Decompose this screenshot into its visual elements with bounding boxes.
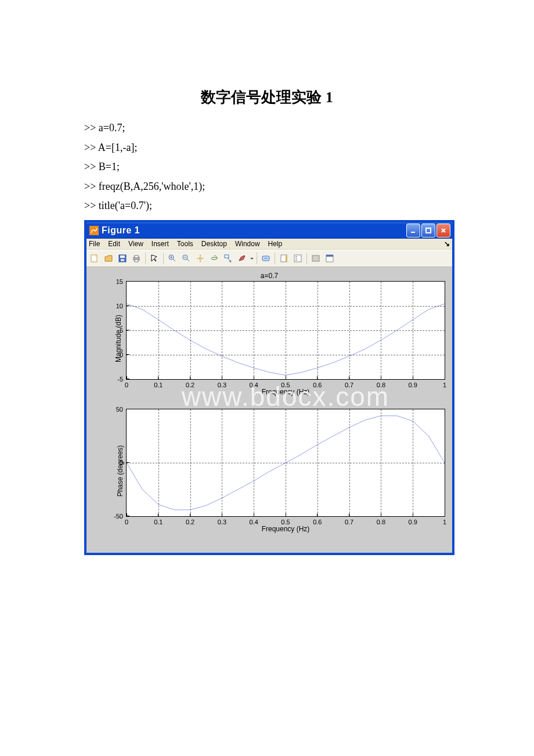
menu-tools-label: Tools [177, 240, 193, 248]
xtick-label: 0.1 [154, 519, 163, 525]
svg-rect-31 [312, 255, 319, 261]
xtick-label: 0.2 [186, 381, 194, 388]
link-button[interactable] [259, 252, 272, 265]
xtick-label: 0.9 [409, 381, 417, 388]
insert-legend-button[interactable] [291, 252, 304, 265]
menu-insert[interactable]: Insert [151, 240, 169, 248]
brush-button[interactable] [236, 252, 248, 265]
svg-rect-8 [121, 259, 124, 261]
toolbar-separator [275, 253, 275, 264]
svg-rect-10 [135, 255, 138, 258]
ylabel-phase: Phase (degrees) [116, 445, 124, 496]
menu-view[interactable]: View [128, 240, 143, 248]
pan-button[interactable] [194, 252, 207, 265]
xtick-label: 0.8 [377, 381, 385, 388]
menu-window[interactable]: Window [235, 240, 260, 248]
chart-title: a=0.7 [90, 272, 449, 280]
rotate-3d-button[interactable] [208, 252, 221, 265]
toolbar-separator [163, 253, 164, 264]
window-title: Figure 1 [102, 225, 406, 236]
zoom-in-button[interactable] [166, 252, 179, 265]
window-titlebar[interactable]: Figure 1 [86, 222, 452, 239]
plot-area: a=0.7 Magnitude (dB) www.bdocx.com -5051… [86, 267, 452, 553]
window-controls [406, 224, 450, 237]
matlab-icon [89, 226, 99, 235]
menubar: File Edit View Insert Tools Desktop Wind… [86, 239, 452, 250]
menu-insert-label: Insert [151, 240, 169, 248]
maximize-button[interactable] [421, 224, 435, 237]
svg-rect-27 [294, 255, 301, 262]
matlab-code: >> a=0.7; >> A=[1,-a]; >> B=1; >> freqz(… [84, 119, 534, 215]
xlabel-magnitude: Frequency (Hz) [126, 388, 445, 396]
svg-rect-11 [135, 260, 138, 262]
toolbar-separator [257, 253, 257, 264]
page-title: 数字信号处理实验 1 [0, 87, 534, 107]
edit-plot-button[interactable] [148, 252, 161, 265]
new-figure-button[interactable] [88, 252, 101, 265]
xtick-label: 1 [443, 519, 446, 525]
svg-rect-7 [120, 255, 125, 258]
xtick-label: 0.7 [345, 519, 353, 525]
insert-colorbar-button[interactable] [277, 252, 290, 265]
xtick-label: 0 [125, 519, 128, 525]
menu-view-label: View [128, 240, 143, 248]
svg-line-17 [187, 259, 189, 261]
menu-edit[interactable]: Edit [108, 240, 120, 248]
svg-rect-33 [326, 255, 333, 257]
print-button[interactable] [130, 252, 143, 265]
xtick-label: 0.1 [154, 381, 163, 388]
close-button[interactable] [436, 224, 450, 237]
menu-window-label: Window [235, 240, 260, 248]
xtick-label: 0.5 [281, 519, 290, 525]
svg-rect-21 [225, 255, 229, 258]
xtick-label: 0.4 [250, 519, 258, 525]
ytick-label: 0 [120, 351, 123, 358]
minimize-button[interactable] [406, 224, 420, 237]
axes-phase: Phase (degrees) -5005000.10.20.30.40.50.… [90, 409, 449, 533]
xlabel-phase: Frequency (Hz) [126, 525, 445, 533]
menu-help[interactable]: Help [268, 240, 283, 248]
xtick-label: 0.7 [345, 381, 353, 388]
brush-dropdown[interactable] [250, 252, 254, 265]
ytick-label: 0 [120, 459, 123, 466]
svg-line-13 [173, 259, 175, 261]
xtick-label: 0.9 [409, 519, 417, 525]
axes-box[interactable]: www.bdocx.com -505101500.10.20.30.40.50.… [126, 281, 445, 380]
xtick-label: 0.6 [313, 381, 322, 388]
svg-rect-0 [89, 226, 99, 235]
menu-tools[interactable]: Tools [177, 240, 193, 248]
code-line: >> title('a=0.7'); [84, 197, 534, 215]
dock-button[interactable] [323, 252, 336, 265]
axes-box[interactable]: -5005000.10.20.30.40.50.60.70.80.91 [126, 409, 445, 517]
svg-point-20 [211, 257, 217, 260]
open-file-button[interactable] [102, 252, 115, 265]
svg-rect-2 [426, 228, 431, 233]
menu-desktop-label: Desktop [201, 240, 227, 248]
data-cursor-button[interactable] [222, 252, 234, 265]
ytick-label: 15 [116, 278, 123, 285]
menu-file[interactable]: File [89, 240, 100, 248]
xtick-label: 1 [443, 381, 446, 388]
xtick-label: 0.6 [313, 519, 322, 525]
code-line: >> B=1; [84, 158, 534, 177]
menu-edit-label: Edit [108, 240, 120, 248]
figure-window: Figure 1 File Edit View Insert Tools Des… [84, 220, 454, 555]
ytick-label: -50 [114, 513, 123, 520]
xtick-label: 0.3 [218, 519, 226, 525]
menu-overflow-icon[interactable]: ↘ [444, 240, 450, 248]
menu-file-label: File [89, 240, 100, 248]
svg-point-19 [199, 257, 201, 260]
save-button[interactable] [116, 252, 129, 265]
toolbar-separator [145, 253, 146, 264]
axes-magnitude: Magnitude (dB) www.bdocx.com -505101500.… [90, 281, 449, 396]
menu-desktop[interactable]: Desktop [201, 240, 227, 248]
menu-help-label: Help [268, 240, 283, 248]
zoom-out-button[interactable] [180, 252, 193, 265]
toolbar-separator [306, 253, 307, 264]
ytick-label: -5 [117, 376, 123, 383]
ytick-label: 50 [116, 406, 123, 413]
xtick-label: 0.4 [250, 381, 258, 388]
toolbar [86, 250, 452, 267]
xtick-label: 0.5 [281, 381, 290, 388]
hide-toolbar-button[interactable] [309, 252, 322, 265]
